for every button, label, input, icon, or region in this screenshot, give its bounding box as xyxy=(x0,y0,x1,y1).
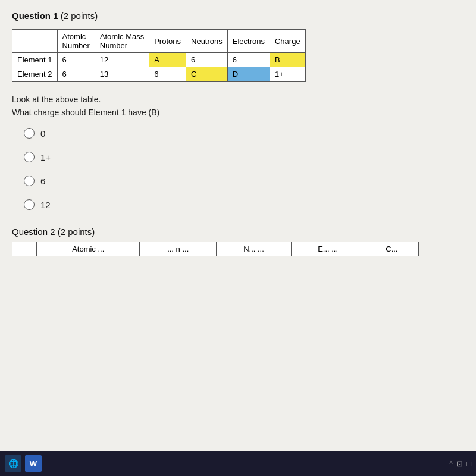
element1-neutrons: 6 xyxy=(186,53,228,67)
question2-header: Question 2 (2 points) xyxy=(12,227,464,237)
col-header-atomic-mass: Atomic MassNumber xyxy=(95,30,149,53)
radio-12[interactable] xyxy=(24,199,35,210)
question2-table-partial: Atomic ... ... n ... N... ... E... ... C… xyxy=(12,242,419,256)
question1-label: Question 1 xyxy=(12,11,58,21)
option-1plus[interactable]: 1+ xyxy=(24,152,464,162)
question1-description-line1: Look at the above table. xyxy=(12,95,464,104)
question1-description-line2: What charge should Element 1 have (B) xyxy=(12,108,464,117)
option-6-label: 6 xyxy=(40,176,45,186)
element1-electrons: 6 xyxy=(227,53,270,67)
option-12-label: 12 xyxy=(40,200,51,210)
taskbar-right: ^ ⊡ □ xyxy=(449,459,471,468)
element2-protons: 6 xyxy=(149,67,186,82)
display-icon: ⊡ xyxy=(456,459,463,468)
element2-neutrons: C xyxy=(186,67,228,82)
element1-protons: A xyxy=(149,53,186,67)
table-row: Element 1 6 12 A 6 6 B xyxy=(12,53,306,67)
table-row: Element 2 6 13 6 C D 1+ xyxy=(12,67,306,82)
question2-points: (2 points) xyxy=(58,227,95,237)
option-0[interactable]: 0 xyxy=(24,128,464,139)
taskbar: 🌐 W ^ ⊡ □ xyxy=(0,451,476,476)
q2-col-protons: N... ... xyxy=(217,242,292,256)
col-header-charge: Charge xyxy=(270,30,305,53)
word-icon[interactable]: W xyxy=(25,455,42,472)
chevron-up-icon: ^ xyxy=(449,459,453,468)
element2-electrons: D xyxy=(227,67,270,82)
word-icon-label: W xyxy=(30,459,37,468)
radio-1plus[interactable] xyxy=(24,152,35,162)
col-header-element xyxy=(12,30,58,53)
element1-charge: B xyxy=(270,53,305,67)
q2-col-charge: C... xyxy=(365,242,418,256)
q2-col-empty xyxy=(12,242,37,256)
col-header-atomic-number: AtomicNumber xyxy=(57,30,95,53)
question2-label: Question 2 xyxy=(12,227,55,237)
q2-col-electrons: E... ... xyxy=(291,242,365,256)
q2-col-number: ... n ... xyxy=(140,242,217,256)
network-icon[interactable]: 🌐 xyxy=(5,455,21,472)
q2-col-atomic: Atomic ... xyxy=(37,242,140,256)
question1-points: (2 points) xyxy=(61,11,98,21)
option-0-label: 0 xyxy=(40,129,45,139)
option-6[interactable]: 6 xyxy=(24,176,464,186)
element2-atomic-number: 6 xyxy=(57,67,95,82)
element2-charge: 1+ xyxy=(270,67,305,82)
window-icon: □ xyxy=(466,459,471,468)
col-header-neutrons: Neutrons xyxy=(186,30,228,53)
element1-atomic-number: 6 xyxy=(57,53,95,67)
question1-header: Question 1 (2 points) xyxy=(12,11,464,21)
col-header-electrons: Electrons xyxy=(227,30,270,53)
option-1plus-label: 1+ xyxy=(40,152,51,162)
option-12[interactable]: 12 xyxy=(24,199,464,210)
content-area: Question 1 (2 points) AtomicNumber Atomi… xyxy=(0,0,476,451)
col-header-protons: Protons xyxy=(149,30,186,53)
radio-0[interactable] xyxy=(24,128,35,139)
element1-name: Element 1 xyxy=(12,53,58,67)
element1-atomic-mass: 12 xyxy=(95,53,149,67)
element-table: AtomicNumber Atomic MassNumber Protons N… xyxy=(12,29,306,82)
answer-options: 0 1+ 6 12 xyxy=(24,128,464,210)
radio-6[interactable] xyxy=(24,176,35,186)
element2-atomic-mass: 13 xyxy=(95,67,149,82)
element2-name: Element 2 xyxy=(12,67,58,82)
taskbar-left: 🌐 W xyxy=(5,455,42,472)
